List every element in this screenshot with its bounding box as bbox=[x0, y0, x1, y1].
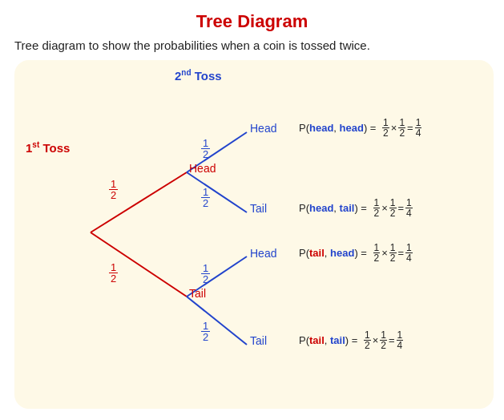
prob-ht: P(head, tail) = 12 × 12 = 14 bbox=[299, 198, 413, 218]
frac-left-bottom: 1 2 bbox=[109, 262, 118, 284]
svg-line-1 bbox=[91, 232, 187, 297]
outcome-tt: Tail bbox=[250, 334, 267, 347]
diagram-area: 2nd Toss 1st Toss bbox=[14, 60, 494, 409]
outcome-hh: Head bbox=[250, 122, 276, 135]
frac-right-tb: 1 2 bbox=[201, 187, 210, 208]
page: Tree Diagram Tree diagram to show the pr… bbox=[0, 0, 504, 420]
frac-right-tt: 1 2 bbox=[201, 138, 210, 160]
frac-left-top: 1 2 bbox=[109, 179, 118, 200]
prob-th: P(tail, head) = 12 × 12 = 14 bbox=[299, 243, 413, 263]
mid-label-tail: Tail bbox=[189, 287, 206, 300]
svg-line-0 bbox=[91, 172, 187, 232]
mid-label-head: Head bbox=[189, 162, 216, 175]
tree-svg bbox=[14, 60, 494, 409]
page-title: Tree Diagram bbox=[14, 11, 490, 32]
subtitle: Tree diagram to show the probabilities w… bbox=[14, 38, 370, 52]
frac-right-bt: 1 2 bbox=[201, 263, 210, 285]
frac-right-bb: 1 2 bbox=[201, 321, 210, 342]
svg-line-5 bbox=[187, 297, 247, 345]
prob-hh: P(head, head) = 12 × 12 = 14 bbox=[299, 118, 421, 138]
svg-line-3 bbox=[187, 172, 247, 212]
prob-tt: P(tail, tail) = 12 × 12 = 14 bbox=[299, 330, 403, 350]
outcome-ht: Tail bbox=[250, 202, 267, 215]
outcome-th: Head bbox=[250, 247, 276, 260]
